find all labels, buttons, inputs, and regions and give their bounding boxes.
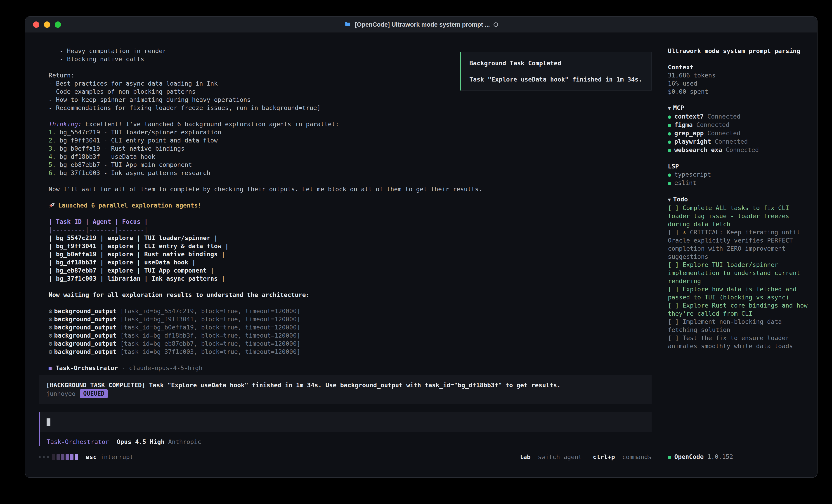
queued-badge: QUEUED: [80, 389, 108, 398]
text-segment: | bg_5547c219 | explore | TUI loader/spi…: [49, 234, 218, 242]
mcp-name: context7: [674, 113, 704, 120]
mcp-name: websearch_exa: [674, 146, 722, 153]
text-segment: | bg_f9ff3041 | explore | CLI entry & da…: [49, 243, 229, 250]
connected-dot-icon: ●: [668, 130, 671, 137]
title-bar[interactable]: [OpenCode] Ultrawork mode system prompt …: [25, 17, 817, 33]
mcp-status: Connected: [704, 113, 740, 120]
text-segment: | Task ID | Agent | Focus |: [49, 218, 148, 225]
chevron-down-icon: ▼: [668, 106, 671, 111]
mcp-item: ●grep_app Connected: [668, 129, 808, 138]
text-segment: 3.: [49, 145, 60, 152]
text-segment: bg_5547c219 - TUI loader/spinner explora…: [60, 129, 222, 136]
todo-checkbox[interactable]: [ ]: [668, 204, 682, 212]
todo-checkbox[interactable]: [ ]: [668, 318, 682, 325]
esc-key-hint: esc: [86, 453, 97, 461]
app-version: 1.0.152: [704, 453, 733, 460]
todo-checkbox[interactable]: [ ]: [668, 229, 682, 236]
terminal-line: | bg_df18bb3f | explore | useData hook |: [49, 258, 652, 267]
session-title: Ultrawork mode system prompt parsing: [668, 47, 808, 55]
terminal-line: ⚙background_output [task_id=bg_df18bb3f,…: [49, 332, 652, 340]
terminal-line: | Task ID | Agent | Focus |: [49, 218, 652, 226]
prompt-input[interactable]: [40, 412, 652, 432]
model-name[interactable]: Opus 4.5 High: [116, 438, 164, 445]
todo-checkbox[interactable]: [ ]: [668, 261, 682, 268]
mcp-status: Connected: [693, 121, 730, 128]
gear-icon: ⚙: [49, 348, 52, 355]
terminal-line: 2. bg_f9ff3041 - CLI entry point and dat…: [49, 136, 652, 144]
todo-checkbox[interactable]: [ ]: [668, 334, 682, 341]
terminal-line: [49, 209, 652, 218]
terminal-line: Launched 6 parallel exploration agents!: [49, 201, 652, 209]
terminal-line: | bg_b0effa19 | explore | Rust native bi…: [49, 250, 652, 258]
terminal-line: Thinking: Excellent! I've launched 6 bac…: [49, 120, 652, 128]
text-segment: Thinking:: [49, 120, 82, 128]
terminal-line: 5. bg_eb87ebb7 - TUI App main component: [49, 161, 652, 169]
text-segment: [task_id=bg_df18bb3f, block=true, timeou…: [120, 332, 301, 339]
connected-dot-icon: ●: [668, 114, 671, 120]
text-segment: - Recommendations for fixing loader free…: [49, 104, 320, 111]
text-segment: background_output: [54, 324, 120, 331]
terminal-line: [49, 299, 652, 307]
minimize-button[interactable]: [44, 22, 50, 28]
provider-name: Anthropic: [168, 438, 201, 445]
mcp-status: Connected: [711, 138, 748, 145]
terminal-line: | bg_5547c219 | explore | TUI loader/spi…: [49, 234, 652, 242]
app-window: [OpenCode] Ultrawork mode system prompt …: [25, 16, 817, 478]
todo-checkbox[interactable]: [ ]: [668, 302, 682, 309]
lsp-item: ●eslint: [668, 179, 808, 187]
terminal-line: ⚙background_output [task_id=bg_37f1c003,…: [49, 348, 652, 356]
terminal-line: 3. bg_b0effa19 - Rust native bindings: [49, 144, 652, 152]
text-segment: [task_id=bg_f9ff3041, block=true, timeou…: [120, 316, 301, 323]
esc-key-label: interrupt: [100, 453, 133, 461]
user-name: junhoyeo: [46, 390, 76, 398]
agent-name[interactable]: Task-Orchestrator: [47, 438, 109, 445]
background-task-toast[interactable]: Background Task Completed Task "Explore …: [460, 52, 652, 90]
tab-key-hint: tab: [520, 453, 530, 460]
terminal-line: - How to keep spinner animating during h…: [49, 96, 652, 104]
mcp-item: ●context7 Connected: [668, 112, 808, 121]
terminal-line: 1. bg_5547c219 - TUI loader/spinner expl…: [49, 128, 652, 136]
tab-key-label: switch agent: [538, 453, 582, 460]
text-segment: 1.: [49, 129, 60, 136]
terminal-line: Now I'll wait for all of them to complet…: [49, 185, 652, 193]
text-segment: - Code examples of non-blocking patterns: [49, 88, 196, 95]
terminal-line: - Recommendations for fixing loader free…: [49, 104, 652, 112]
chevron-down-icon: ▼: [668, 197, 671, 202]
terminal-line: [49, 193, 652, 201]
lsp-list: ●typescript●eslint: [668, 170, 808, 187]
mcp-section-header[interactable]: ▼MCP: [668, 104, 808, 112]
text-segment: Now waiting for all exploration results …: [49, 291, 310, 298]
status-dot-icon: ●: [668, 454, 671, 460]
lsp-name: typescript: [674, 171, 711, 178]
todo-checkbox[interactable]: [ ]: [668, 286, 682, 292]
terminal-line: | bg_37f1c003 | librarian | Ink async pa…: [49, 275, 652, 283]
text-segment: | bg_eb87ebb7 | explore | TUI App compon…: [49, 267, 214, 274]
todo-item: [ ] Complete ALL tasks to fix CLI loader…: [668, 204, 808, 228]
toast-body: Task "Explore useData hook" finished in …: [469, 76, 643, 84]
background-task-completed-panel: [BACKGROUND TASK COMPLETED] Task "Explor…: [39, 375, 652, 404]
text-segment: - Blocking native calls: [49, 56, 144, 62]
todo-item: [ ] ⚠ CRITICAL: Keep iterating until Ora…: [668, 228, 808, 261]
terminal-line: | bg_eb87ebb7 | explore | TUI App compon…: [49, 267, 652, 275]
terminal-line: [49, 283, 652, 291]
text-segment: | bg_b0effa19 | explore | Rust native bi…: [49, 251, 225, 258]
agent-info: Task-OrchestratorOpus 4.5 HighAnthropic: [40, 432, 652, 446]
mcp-name: grep_app: [674, 130, 704, 137]
sidebar-footer: ●OpenCode 1.0.152: [668, 453, 808, 461]
todo-text: Explore how data is fetched and passed t…: [668, 286, 800, 301]
close-button[interactable]: [33, 22, 40, 28]
mcp-list: ●context7 Connected●figma Connected●grep…: [668, 112, 808, 154]
mcp-item: ●playwright Connected: [668, 138, 808, 146]
todo-heading: Todo: [673, 196, 688, 203]
agent-icon: ▣: [49, 364, 52, 371]
mcp-status: Connected: [722, 146, 759, 153]
gear-icon: ⚙: [49, 340, 52, 347]
zoom-button[interactable]: [55, 22, 61, 28]
mcp-item: ●websearch_exa Connected: [668, 146, 808, 154]
toast-title: Background Task Completed: [469, 59, 643, 67]
window-title: [OpenCode] Ultrawork mode system prompt …: [344, 21, 498, 28]
mcp-item: ●figma Connected: [668, 121, 808, 129]
todo-section-header[interactable]: ▼Todo: [668, 195, 808, 204]
text-segment: background_output: [54, 316, 120, 323]
lsp-heading: LSP: [668, 162, 808, 170]
